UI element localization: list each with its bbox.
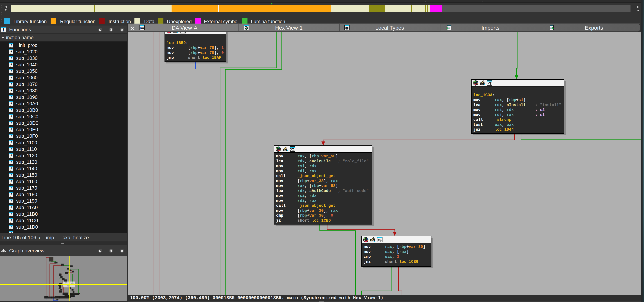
svg-text:t: t [346,27,348,29]
